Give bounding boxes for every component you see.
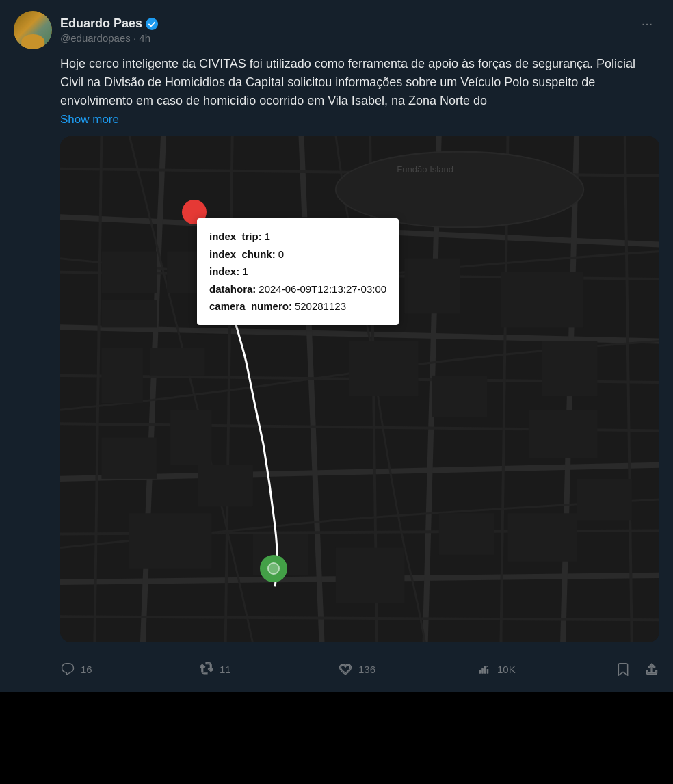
- svg-text:Fundão Island: Fundão Island: [397, 164, 453, 174]
- tweet-header-left: Eduardo Paes @eduardopaes · 4h: [14, 11, 159, 49]
- svg-rect-33: [198, 465, 253, 506]
- svg-rect-40: [170, 410, 211, 465]
- map-background: Fundão Island: [60, 136, 659, 642]
- views-icon: [477, 662, 492, 677]
- svg-rect-38: [507, 513, 577, 561]
- action-bar: 16 11 136: [60, 652, 659, 692]
- map-svg: Fundão Island: [60, 136, 659, 642]
- user-name-row: Eduardo Paes: [60, 16, 159, 31]
- verified-icon: [145, 17, 159, 31]
- svg-point-0: [146, 18, 158, 30]
- svg-rect-26: [101, 348, 142, 404]
- svg-rect-41: [404, 259, 460, 314]
- like-icon: [338, 662, 353, 677]
- retweet-icon: [199, 662, 214, 677]
- time-ago: 4h: [139, 32, 150, 44]
- svg-rect-30: [501, 272, 583, 328]
- svg-rect-27: [150, 348, 205, 376]
- tooltip-camera-value: 520281123: [295, 298, 346, 315]
- svg-rect-34: [129, 513, 212, 569]
- tooltip-datahora-label: datahora:: [209, 280, 256, 298]
- user-info: Eduardo Paes @eduardopaes · 4h: [60, 16, 159, 44]
- user-handle[interactable]: @eduardopaes: [60, 32, 131, 44]
- tooltip-datahora-value: 2024-06-09T12:13:27-03:00: [259, 280, 386, 298]
- tooltip-index-trip-label: index_trip:: [209, 228, 262, 246]
- svg-rect-36: [336, 548, 405, 603]
- tooltip-index-value: 1: [242, 263, 248, 280]
- retweet-action[interactable]: 11: [199, 656, 338, 682]
- svg-rect-47: [487, 669, 489, 674]
- svg-rect-25: [101, 300, 157, 327]
- svg-rect-32: [577, 479, 632, 520]
- map-tooltip: index_trip: 1 index_chunk: 0 index: 1 da…: [197, 218, 399, 325]
- route-end-dot: [260, 555, 287, 582]
- tooltip-camera-label: camera_numero:: [209, 298, 292, 315]
- share-icon[interactable]: [644, 662, 659, 677]
- show-more-link[interactable]: Show more: [60, 113, 119, 127]
- tooltip-index-chunk-value: 0: [278, 246, 284, 263]
- tooltip-index-label: index:: [209, 263, 239, 280]
- reply-count: 16: [81, 664, 92, 675]
- views-action[interactable]: 10K: [477, 656, 616, 682]
- more-options-button[interactable]: ···: [635, 11, 659, 36]
- svg-rect-45: [481, 668, 484, 673]
- like-action[interactable]: 136: [338, 656, 477, 682]
- svg-rect-44: [479, 670, 481, 674]
- svg-rect-28: [349, 341, 419, 397]
- map-container: Fundão Island: [60, 136, 659, 642]
- svg-rect-43: [542, 341, 598, 397]
- bookmark-icon[interactable]: [616, 662, 631, 677]
- reply-icon: [60, 662, 75, 677]
- svg-rect-23: [101, 252, 157, 293]
- svg-rect-31: [529, 410, 598, 458]
- avatar[interactable]: [14, 11, 52, 49]
- tweet-text: Hoje cerco inteligente da CIVITAS foi ut…: [60, 55, 659, 110]
- like-count: 136: [358, 664, 375, 675]
- user-name[interactable]: Eduardo Paes: [60, 16, 142, 31]
- svg-rect-39: [101, 437, 157, 478]
- views-count: 10K: [497, 664, 516, 675]
- tooltip-index-chunk-label: index_chunk:: [209, 246, 276, 263]
- tooltip-index-trip-value: 1: [265, 228, 270, 246]
- tweet-card: Eduardo Paes @eduardopaes · 4h ··· Hoj: [0, 0, 673, 692]
- retweet-count: 11: [220, 664, 231, 675]
- svg-rect-37: [439, 513, 494, 554]
- svg-point-21: [336, 152, 583, 228]
- tweet-header: Eduardo Paes @eduardopaes · 4h ···: [14, 11, 659, 49]
- svg-rect-29: [432, 376, 488, 417]
- user-handle-time: @eduardopaes · 4h: [60, 32, 159, 44]
- svg-rect-46: [484, 666, 486, 674]
- share-actions: [616, 662, 659, 677]
- reply-action[interactable]: 16: [60, 656, 199, 682]
- route-end-dot-inner: [267, 562, 280, 575]
